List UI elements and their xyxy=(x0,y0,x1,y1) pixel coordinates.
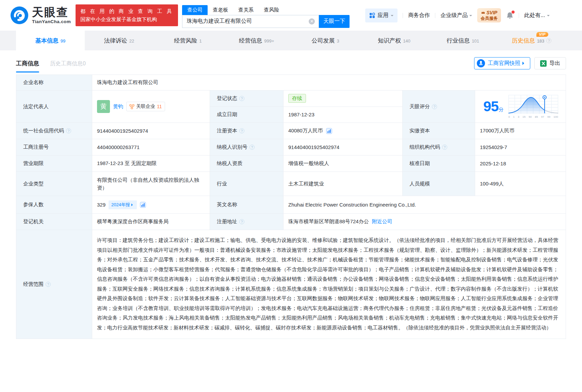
table-row: 统一社会信用代码 ? 914404001925402974 注册资本 ? 400… xyxy=(16,123,566,139)
industry-value: 土木工程建筑业 xyxy=(284,172,403,196)
tianyancha-logo[interactable]: 天眼查 TianYanCha.com xyxy=(10,6,71,24)
nav-apps-label: 应用 xyxy=(377,12,388,19)
paid-capital-value: 17000万人民币 xyxy=(475,123,566,139)
tab-company-development[interactable]: 公司发展 3 xyxy=(291,31,360,50)
business-scope-label: 经营范围 xyxy=(23,281,44,288)
table-row: 法定代表人 黄 黄钧 关联企业 11 xyxy=(16,91,566,123)
nav-user-menu[interactable]: 此处有... xyxy=(524,12,549,19)
tab-industry-info[interactable]: 行业信息 101 xyxy=(429,31,497,50)
status-date-subgrid: 登记状态 ? 存续 成立日期 1987-12-23 xyxy=(210,91,403,122)
approve-date-label: 核准日期 xyxy=(403,156,475,172)
help-icon[interactable]: ? xyxy=(442,145,447,150)
search-tab-relation[interactable]: 查关系 xyxy=(233,5,259,15)
help-icon[interactable]: ? xyxy=(249,145,255,150)
table-row: 参保人数 329 2024年报 英文名称 Zhuhai Electric Pow… xyxy=(16,196,566,214)
tab-intellectual-property[interactable]: 知识产权 140 xyxy=(360,31,429,50)
search-tabs: 查公司 查老板 查关系 查风险 xyxy=(182,5,350,15)
score-label: 天眼评分 xyxy=(409,103,430,110)
company-name-label: 企业名称 xyxy=(16,75,92,90)
search-button[interactable]: 天眼一下 xyxy=(319,15,350,28)
business-info-table: 企业名称 珠海电力建设工程有限公司 法定代表人 黄 黄钧 关联企业 11 xyxy=(16,75,566,339)
company-type-value: 有限责任公司（非自然人投资或控股的法人独资） xyxy=(92,172,210,196)
reg-capital-label: 注册资本 xyxy=(217,128,237,134)
notifications-bell-icon[interactable] xyxy=(506,12,514,19)
search-tab-company[interactable]: 查公司 xyxy=(182,5,208,15)
help-icon[interactable]: ? xyxy=(239,128,244,133)
related-count: 11 xyxy=(157,104,162,109)
official-snapshot-button[interactable]: 工商官网快照 xyxy=(474,57,530,69)
notification-dot xyxy=(512,11,515,14)
top-header: 天眼查 TianYanCha.com 都 在 用 的 商 业 查 询 工 具 国… xyxy=(0,0,582,31)
avatar: 黄 xyxy=(97,100,110,113)
page-tabs: 基本信息 99 法律诉讼 22 经营风险 1 经营信息 999+ 公司发展 3 … xyxy=(0,31,582,50)
tab-label: 行业信息 xyxy=(447,37,470,45)
org-code-label-cell: 组织机构代码 ? xyxy=(403,139,475,155)
tab-business-info[interactable]: 经营信息 999+ xyxy=(222,31,291,50)
divider xyxy=(435,13,435,18)
search-widget: 查公司 查老板 查关系 查风险 ✕ 天眼一下 xyxy=(182,5,350,28)
nav-user-label: 此处有... xyxy=(524,12,545,19)
tax-id-label-cell: 纳税人识别号 ? xyxy=(210,139,284,155)
clear-search-icon[interactable]: ✕ xyxy=(309,18,315,24)
slogan-line1: 都 在 用 的 商 业 查 询 工 具 xyxy=(80,7,173,15)
svip-label: SVIP xyxy=(486,10,497,16)
insured-count-cell: 329 2024年报 xyxy=(92,196,210,213)
section-bar: 工商信息 历史工商信息0 工商官网快照 导出 xyxy=(16,57,566,72)
tab-operating-risk[interactable]: 经营风险 1 xyxy=(153,31,222,50)
tab-history-info[interactable]: VIP 历史信息 183 ? xyxy=(497,31,566,50)
staff-size-label: 人员规模 xyxy=(403,172,475,196)
svip-membership-button[interactable]: SVIP 会员服务 xyxy=(477,8,501,22)
section-tab-business-registration[interactable]: 工商信息 xyxy=(16,60,39,72)
help-icon[interactable]: ? xyxy=(239,96,244,101)
business-scope-value: 许可项目：建筑劳务分包；建设工程设计；建设工程施工；输电、供电、受电电力设施的安… xyxy=(92,230,566,339)
address-label-cell: 注册地址 ? xyxy=(210,214,284,230)
tab-count: 99 xyxy=(61,38,65,44)
credit-code-label: 统一社会信用代码 xyxy=(23,128,64,134)
help-icon[interactable]: ? xyxy=(46,282,51,287)
chevron-down-icon xyxy=(547,15,550,18)
table-row: 企业类型 有限责任公司（非自然人投资或控股的法人独资） 行业 土木工程建筑业 人… xyxy=(16,172,566,196)
excel-icon xyxy=(540,60,547,67)
help-icon[interactable]: ? xyxy=(239,219,244,224)
english-name-value: Zhuhai Electric Power Construction Engin… xyxy=(284,196,566,213)
section-tab-history-registration[interactable]: 历史工商信息0 xyxy=(50,60,86,72)
staff-size-value: 100-499人 xyxy=(475,172,566,196)
search-input[interactable] xyxy=(182,18,319,24)
reg-status-label: 登记状态 xyxy=(217,95,237,102)
taxpayer-label: 纳税人资质 xyxy=(210,156,284,172)
export-button[interactable]: 导出 xyxy=(534,57,566,69)
annual-report-label: 2024年报 xyxy=(111,202,130,208)
reg-capital-label-cell: 注册资本 ? xyxy=(210,123,284,139)
nav-business-cooperation[interactable]: 商务合作 xyxy=(408,12,430,19)
tab-label: 法律诉讼 xyxy=(104,37,127,45)
help-icon[interactable]: ? xyxy=(546,38,551,43)
search-input-wrap: ✕ xyxy=(182,15,319,28)
english-name-label: 英文名称 xyxy=(210,196,284,213)
legal-rep-link[interactable]: 黄钧 xyxy=(113,103,123,110)
logo-swirl-icon xyxy=(10,6,29,24)
establish-date-label: 成立日期 xyxy=(210,107,284,123)
tab-legal-litigation[interactable]: 法律诉讼 22 xyxy=(85,31,153,50)
score-label-cell: 天眼评分 ? xyxy=(403,91,475,122)
tab-basic-info[interactable]: 基本信息 99 xyxy=(16,31,85,50)
nav-enterprise-products[interactable]: 企业级产品 xyxy=(440,12,472,19)
annual-report-tag[interactable]: 2024年报 xyxy=(109,200,137,209)
search-tab-risk[interactable]: 查风险 xyxy=(259,5,284,15)
reg-no-value: 440400000263771 xyxy=(92,139,210,155)
insured-trend-icon[interactable] xyxy=(140,202,146,208)
help-icon[interactable]: ? xyxy=(66,128,71,133)
chevron-right-icon xyxy=(522,62,526,65)
reg-capital-cell: 40080万人民币 xyxy=(284,123,403,139)
vip-badge: VIP xyxy=(536,32,548,37)
network-icon xyxy=(129,104,134,109)
business-scope-label-cell: 经营范围 ? xyxy=(16,230,92,339)
address-value: 珠海市横琴新区琴朗道88号724办公 xyxy=(288,218,369,225)
slogan-line2: 国家中小企业发展子基金旗下机构 xyxy=(80,15,173,23)
related-companies-badge[interactable]: 关联企业 11 xyxy=(126,102,165,111)
nearby-companies-link[interactable]: 附近公司 xyxy=(372,218,392,225)
help-icon[interactable]: ? xyxy=(432,104,437,109)
capital-trend-icon[interactable] xyxy=(326,128,332,134)
nav-apps-button[interactable]: 应用 xyxy=(365,9,398,22)
table-row: 工商注册号 440400000263771 纳税人识别号 ? 914404001… xyxy=(16,139,566,156)
search-tab-boss[interactable]: 查老板 xyxy=(208,5,233,15)
